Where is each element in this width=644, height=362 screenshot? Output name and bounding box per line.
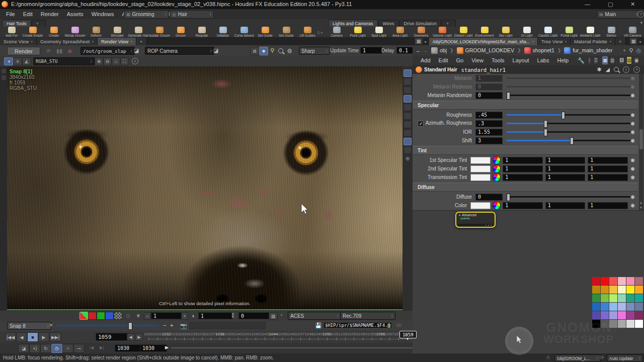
palette-swatch[interactable] [592,277,600,285]
exposure-minus-button[interactable]: − [144,312,151,320]
color-component-field[interactable]: 1 [545,157,586,164]
palette-swatch[interactable] [626,311,634,319]
param-section-specular[interactable]: Specular [413,101,638,110]
pane-tab-add[interactable]: + [136,38,147,45]
menu-file[interactable]: File [2,11,19,17]
param-slider[interactable] [507,83,630,90]
bw-point-icon[interactable]: ◭ [22,57,31,65]
pause-render-icon[interactable]: ▮▮ [56,48,62,54]
color-wheel-icon[interactable] [493,201,501,210]
palette-swatch[interactable] [635,311,643,319]
palette-swatch[interactable] [635,303,643,311]
palette-swatch[interactable] [592,311,600,319]
snapshot-cycle-icon[interactable]: ♻ [250,47,259,55]
visibility-eye-icon[interactable] [404,69,412,77]
home-view-icon[interactable]: ⌂ [112,57,120,65]
color-component-field[interactable]: 1 [588,202,628,209]
color-component-field[interactable]: 1 [503,202,543,209]
refresh-render-icon[interactable]: ⟳ [46,48,51,54]
param-menu-icon[interactable]: ✱ [630,121,635,126]
breadcrumb-item[interactable]: shopnet1 [533,47,554,53]
pin-icon[interactable]: ⚲ [629,47,633,54]
follow-playbar-icon[interactable]: ◪ [18,344,29,353]
pan-crosshair-icon[interactable] [404,95,412,103]
palette-swatch[interactable] [592,294,600,302]
status-refresh-icon[interactable]: ⟳ [600,354,604,361]
snapshot-path[interactable]: $HIP/ipr/$SNAPNAME.$F4.$ [324,323,391,328]
range-start-field-2[interactable]: 1030 [140,344,167,352]
param-slider[interactable] [507,120,630,127]
palette-swatch[interactable] [609,294,617,302]
param-menu-icon[interactable]: ✱ [630,203,635,208]
palette-swatch[interactable] [618,277,626,285]
menu-assets[interactable]: Assets [63,11,88,17]
side-tool-icon[interactable] [404,86,412,94]
lights-toggle-icon[interactable]: ⚲ [270,47,274,54]
param-section-diffuse[interactable]: Diffuse [413,183,638,192]
pane-menu-arrow-icon[interactable]: ▼ [638,40,642,44]
list-view-icon[interactable]: ☰ [593,56,598,64]
auto-update-selector[interactable]: Auto Update↕ [607,354,643,362]
side-tool-icon[interactable] [404,112,412,120]
pane-maximize-icon[interactable]: ▦ [629,38,637,45]
node-name-field[interactable]: standard_hair1 [461,67,506,73]
scroll-down-icon[interactable]: ▼ [639,206,642,209]
menu-labs[interactable]: Labs [533,57,553,63]
grid-alt-icon[interactable]: ▥ [610,56,615,64]
menu-view[interactable]: View [467,57,488,63]
nav-back-icon[interactable]: ← [416,47,421,53]
green-channel-icon[interactable] [97,312,105,320]
color-swatch[interactable] [470,157,491,164]
stop-button[interactable]: ■ [27,332,38,342]
exposure-field[interactable]: 1 [151,312,185,319]
color-component-field[interactable]: 1 [545,174,586,181]
param-value-field[interactable]: 0 [475,83,503,90]
pane-tab-scene-view[interactable]: Scene View▪ [0,38,37,45]
audio-icon[interactable]: ◖) [29,344,40,353]
palette-swatch[interactable] [635,286,643,294]
tab-close-icon[interactable]: ▪ [532,39,534,44]
param-search-icon[interactable] [614,67,619,73]
update-time-field[interactable]: 1 [360,47,382,54]
blend-plus-icon[interactable]: + [170,322,173,328]
render-button[interactable]: Render [7,47,40,55]
layers-icon[interactable]: ≡ [13,57,22,65]
param-menu-icon[interactable]: ✱ [630,84,635,89]
key-step-icon[interactable]: ⊸ [73,344,85,353]
shader-node[interactable]: ▼ Advanced opacity [455,212,496,228]
menu-tools[interactable]: Tools [488,57,509,63]
fit-view-icon[interactable]: ⛶ [120,57,129,65]
info-icon[interactable]: i [132,58,138,64]
trash-icon[interactable]: 🗑 [386,322,392,328]
param-menu-icon[interactable]: ✱ [630,76,635,81]
param-slider[interactable] [507,75,630,81]
menu-help[interactable]: Help [553,57,573,63]
hair-context-selector[interactable]: ◎ Hair↕ [170,10,214,19]
prev-frame-button[interactable]: ◀| [127,333,135,341]
color-wheel-icon[interactable] [493,173,501,182]
color-component-field[interactable]: 1 [503,174,543,181]
slider-handle[interactable] [544,129,547,136]
palette-swatch[interactable] [618,286,626,294]
breadcrumb-item[interactable]: obj [440,47,447,53]
grid-view-icon[interactable]: ▦ [602,56,608,64]
param-menu-icon[interactable]: ✱ [630,158,635,163]
snapshot-blend-slider[interactable] [56,325,159,326]
magnifier-circle-icon[interactable]: ⊕ [403,155,413,162]
current-frame-indicator[interactable]: 1059 [399,331,417,338]
shelf-overflow[interactable]: S [317,30,320,35]
wrench-icon[interactable]: 🔧 [578,57,585,64]
rgba-channels-icon[interactable] [79,312,88,320]
palette-swatch[interactable] [601,286,609,294]
palette-swatch[interactable] [626,277,634,285]
color-swatch[interactable] [470,165,491,172]
sticky-note-icon[interactable]: ▤ [626,56,632,64]
marquee-icon[interactable] [404,146,412,154]
minimize-button[interactable]: — [585,1,590,7]
palette-swatch[interactable] [601,294,609,302]
ghost-image-icon[interactable]: ⊙ [126,313,130,319]
param-menu-icon[interactable]: ✱ [630,113,635,118]
shelf-menu-arrow-icon[interactable]: ▼ [639,21,643,25]
maximize-button[interactable]: ▢ [608,1,613,8]
pane-tab-add[interactable]: + [615,38,626,45]
